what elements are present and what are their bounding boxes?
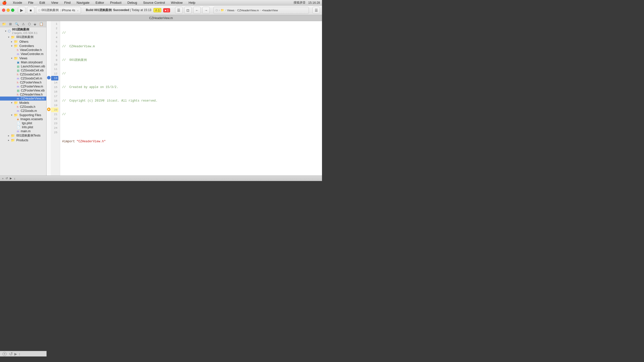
apple-menu[interactable]: 🍎 <box>2 1 7 5</box>
sidebar-item-czgoodscell-m[interactable]: m CZGoodsCell.m <box>0 76 46 80</box>
code-content[interactable]: // // CZHeaderView.m // 001团购案例 // // Cr… <box>60 21 322 175</box>
disclosure-group-main[interactable] <box>7 36 10 39</box>
sidebar-warning-btn[interactable]: ⚠ <box>21 22 26 26</box>
sidebar-item-tgs-plist[interactable]: 📄 tgs.plist <box>0 121 46 125</box>
sidebar-item-czgoodscell-h[interactable]: h CZGoodsCell.h <box>0 72 46 76</box>
sidebar-item-supporting-files[interactable]: 📁 Supporting Files <box>0 113 46 117</box>
menubar-editor[interactable]: Editor <box>95 0 105 5</box>
sidebar-source-btn[interactable]: ⬡ <box>27 22 32 26</box>
sidebar-item-products[interactable]: 📁 Products <box>0 138 46 142</box>
sidebar-item-main-m[interactable]: m main.m <box>0 129 46 133</box>
sidebar-toggle-right[interactable]: ☰ <box>312 7 320 14</box>
warning-badge[interactable]: ⚠ 1 <box>153 8 161 12</box>
sidebar-item-project-root[interactable]: ⬡ 001团购案例 2 targets, iOS SDK 8.1 <box>0 27 46 35</box>
sidebar-item-czgoodscell-xib[interactable]: ▤ CZGoodsCell.xib <box>0 68 46 72</box>
leaf-tgs-plist <box>13 122 16 125</box>
czfooterview-xib-label: CZFooterView.xib <box>21 89 45 92</box>
disclosure-views[interactable] <box>10 57 13 60</box>
sidebar-item-viewcontroller-m[interactable]: m ViewController.m <box>0 52 46 56</box>
status-cycle-btn[interactable]: ↺ <box>6 177 8 180</box>
menubar-edit[interactable]: Edit <box>38 0 46 5</box>
menubar-help[interactable]: Help <box>188 0 196 5</box>
ln-24: 24 <box>51 126 58 130</box>
disclosure-products[interactable] <box>7 139 10 142</box>
breadcrumb-project[interactable]: ⬡ <box>216 9 218 12</box>
sidebar-item-czgoods-m[interactable]: m CZGoods.m <box>0 109 46 113</box>
status-play-btn[interactable]: ▶ <box>10 177 12 180</box>
scheme-selector[interactable]: ⬡ 001团购案例 | iPhone 4s ⌄ <box>36 7 81 14</box>
breadcrumb-views[interactable]: Views <box>227 9 234 12</box>
sidebar-item-viewcontroller-h[interactable]: h ViewController.h <box>0 48 46 52</box>
menubar-window[interactable]: Window <box>170 0 184 5</box>
breadcrumb-forward[interactable]: → <box>202 7 210 14</box>
breadcrumb-back[interactable]: ← <box>193 7 201 14</box>
gutter-1 <box>47 21 51 26</box>
products-label: Products <box>16 139 28 142</box>
ln-18: 18 <box>51 99 58 103</box>
menubar-source-control[interactable]: Source Control <box>142 0 166 5</box>
sidebar-item-czfooterview-h[interactable]: h CZFooterView.h <box>0 80 46 84</box>
menubar-navigate[interactable]: Navigate <box>75 0 90 5</box>
breakpoint-13[interactable] <box>47 76 51 79</box>
sidebar-item-czheaderview-h[interactable]: h CZHeaderView.h <box>0 93 46 97</box>
code-area[interactable]: ▲ 1 2 3 4 5 6 7 8 9 10 11 12 <box>47 21 322 175</box>
stop-button[interactable]: ■ <box>27 7 34 14</box>
czfooterview-h-label: CZFooterView.h <box>20 81 42 84</box>
sidebar-item-tests[interactable]: 📁 001团购案例Tests <box>0 133 46 138</box>
status-add-btn[interactable]: + <box>2 177 4 180</box>
close-button[interactable] <box>2 9 5 12</box>
menubar-file[interactable]: File <box>27 0 34 5</box>
sidebar-item-images-xcassets[interactable]: ◈ Images.xcassets <box>0 117 46 121</box>
maximize-button[interactable] <box>11 9 14 12</box>
view-toggle[interactable]: ⊡ <box>184 7 192 14</box>
breadcrumb-folder[interactable]: 📁 <box>221 9 224 12</box>
warning-20[interactable]: ▲ <box>47 108 51 111</box>
sidebar-item-czgoods-h[interactable]: h CZGoods.h <box>0 105 46 109</box>
disclosure-others[interactable] <box>10 40 13 43</box>
sidebar-item-controllers[interactable]: 📁 Controllers <box>0 44 46 48</box>
sidebar-toggle-left[interactable]: ☰ <box>175 7 183 14</box>
menubar-view[interactable]: View <box>50 0 59 5</box>
sidebar-item-group-main[interactable]: 📁 001团购案例 <box>0 35 46 39</box>
menubar-product[interactable]: Product <box>109 0 123 5</box>
sidebar-item-models[interactable]: 📁 Models <box>0 101 46 105</box>
sidebar-item-launchscreen[interactable]: ▤ LaunchScreen.xib <box>0 64 46 68</box>
sidebar-item-main-storyboard[interactable]: ▣ Main.storyboard <box>0 60 46 64</box>
menubar-find[interactable]: Find <box>63 0 71 5</box>
error-badge[interactable]: ● 1 <box>163 8 170 12</box>
project-subtitle: 2 targets, iOS SDK 8.1 <box>12 32 37 34</box>
traffic-lights <box>2 9 14 12</box>
menubar-xcode[interactable]: Xcode <box>12 0 23 5</box>
breadcrumb-symbol[interactable]: +headerView <box>262 9 278 12</box>
disclosure-supporting[interactable] <box>10 114 13 117</box>
sidebar-item-czheaderview-m[interactable]: m CZHeaderView.m <box>0 97 46 101</box>
disclosure-tests[interactable] <box>7 134 10 137</box>
gutter-6 <box>47 44 51 48</box>
status-expand-btn[interactable]: ↕ <box>14 177 15 180</box>
code-line-7: // <box>62 112 320 117</box>
disclosure-project[interactable] <box>4 29 7 32</box>
breadcrumb-file[interactable]: CZHeaderView.m <box>237 9 259 12</box>
sidebar-item-czfooterview-xib[interactable]: ▤ CZFooterView.xib <box>0 88 46 93</box>
folder-icon-main: 📁 <box>11 35 15 39</box>
run-button[interactable]: ▶ <box>18 7 25 14</box>
minimize-button[interactable] <box>7 9 10 12</box>
gutter-19 <box>47 103 51 107</box>
sidebar-search-btn[interactable]: 🔍 <box>14 22 20 26</box>
sidebar-item-info-plist[interactable]: 📄 Info.plist <box>0 125 46 129</box>
code-line-2: // CZHeaderView.m <box>62 44 320 49</box>
sidebar-debug-btn[interactable]: ⬙ <box>33 22 37 26</box>
file-icon-m-goods: m <box>17 109 19 112</box>
sidebar-item-czfooterview-m[interactable]: m CZFooterView.m <box>0 84 46 88</box>
sidebar-folder-btn[interactable]: 📁 <box>1 22 7 26</box>
sidebar-report-btn[interactable]: 📋 <box>38 22 44 26</box>
disclosure-controllers[interactable] <box>10 44 13 48</box>
device-name: iPhone 4s <box>62 9 75 12</box>
breadcrumb-sep-1: › <box>225 9 226 12</box>
code-line-9: #import "CZHeaderView.h" <box>62 139 320 144</box>
disclosure-models[interactable] <box>10 101 13 104</box>
menubar-debug[interactable]: Debug <box>127 0 138 5</box>
sidebar-grid-btn[interactable]: ⊞ <box>8 22 13 26</box>
sidebar-item-views[interactable]: 📁 Views <box>0 56 46 60</box>
sidebar-item-others[interactable]: 📁 Others <box>0 39 46 44</box>
